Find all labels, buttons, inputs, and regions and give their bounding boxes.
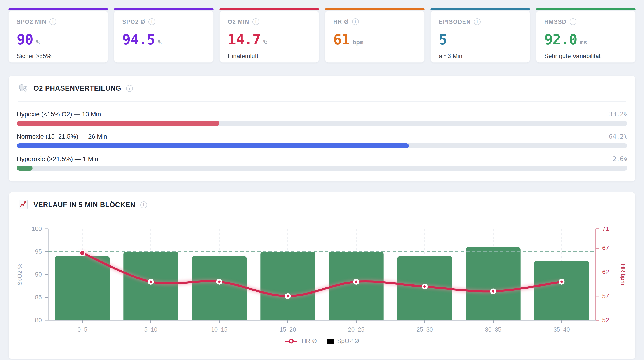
trend-panel: VERLAUF IN 5 MIN BLÖCKEN 100959085807167… [8,192,636,359]
progress-fill [17,143,409,148]
stat-unit: ms [580,39,587,46]
accent-bar [536,8,636,10]
o2-phase-panel: O2 PHASENVERTEILUNG Hypoxie (<15% O2) — … [8,76,636,182]
progress-track [17,121,627,126]
phase-percent: 33.2% [609,111,627,118]
chart-legend: HR Ø SpO2 Ø [8,338,636,359]
stat-value: 61 [333,32,350,47]
accent-bar [114,8,214,10]
info-icon[interactable] [126,85,133,92]
stat-card-episoden: EPISODEN 5 à ~3 Min [430,8,530,63]
stat-value: 90 [17,32,33,47]
stat-value: 5 [439,32,447,47]
info-icon[interactable] [148,18,155,25]
phase-percent: 64.2% [609,133,627,140]
progress-fill [17,121,220,126]
info-icon[interactable] [570,18,576,25]
legend-item-spo2[interactable]: SpO2 Ø [327,338,359,345]
stat-value: 94.5 [122,32,155,47]
svg-text:5–10: 5–10 [144,326,158,333]
svg-text:30–35: 30–35 [485,326,501,333]
phase-row-hypoxie: Hypoxie (<15% O2) — 13 Min 33.2% [17,111,627,126]
stat-unit: bpm [352,39,364,46]
spo2-swatch-icon [327,338,334,344]
stat-card-o2-min: O2 MIN 14.7 % Einatemluft [220,8,319,63]
accent-bar [220,8,319,10]
stat-card-spo2-min: SPO2 MIN 90 % Sicher >85% [8,8,108,63]
svg-text:95: 95 [35,248,42,255]
stats-row: SPO2 MIN 90 % Sicher >85% SPO2 Ø 94.5 [8,8,636,63]
progress-track [17,166,627,171]
phase-label: Hypoxie (<15% O2) — 13 Min [17,111,101,118]
svg-text:71: 71 [602,225,609,232]
trend-title: VERLAUF IN 5 MIN BLÖCKEN [34,201,135,209]
svg-text:52: 52 [602,317,609,323]
accent-bar [430,8,530,10]
legend-label: HR Ø [302,338,317,345]
svg-text:67: 67 [602,245,609,251]
svg-text:0–5: 0–5 [78,326,87,333]
stat-subtitle: Sicher >85% [17,53,100,60]
stat-card-hr-avg: HR Ø 61 bpm [325,8,424,63]
svg-text:35–40: 35–40 [554,326,570,333]
stat-label: EPISODEN [439,19,471,25]
stat-unit: % [263,39,267,46]
legend-item-hr[interactable]: HR Ø [285,338,317,345]
phase-label: Normoxie (15–21.5%) — 26 Min [17,133,107,140]
info-icon[interactable] [50,18,56,25]
svg-text:62: 62 [602,269,609,275]
phase-row-hyperoxie: Hyperoxie (>21.5%) — 1 Min 2.6% [17,155,627,171]
info-icon[interactable] [252,18,259,25]
svg-text:80: 80 [35,317,42,323]
svg-text:57: 57 [602,293,609,300]
o2-phase-title: O2 PHASENVERTEILUNG [34,84,121,93]
trend-chart[interactable]: 1009590858071676257520–55–1010–1515–2020… [8,222,636,336]
health-dashboard: SPO2 MIN 90 % Sicher >85% SPO2 Ø 94.5 [0,0,644,360]
svg-text:25–30: 25–30 [416,326,433,333]
accent-bar [8,8,108,10]
stat-value: 14.7 [228,32,260,47]
phase-row-normoxie: Normoxie (15–21.5%) — 26 Min 64.2% [17,133,627,148]
chart-icon [18,199,28,211]
stat-card-spo2-avg: SPO2 Ø 94.5 % [114,8,214,63]
accent-bar [325,8,424,10]
phase-percent: 2.6% [612,155,627,162]
stat-label: RMSSD [544,19,566,25]
stat-subtitle: Einatemluft [228,53,311,60]
progress-fill [17,166,32,171]
stat-unit: % [158,39,161,46]
stat-label: SPO2 Ø [122,19,145,25]
info-icon[interactable] [474,18,481,25]
stat-label: O2 MIN [228,19,249,25]
svg-text:100: 100 [32,225,42,232]
svg-text:HR bpm: HR bpm [620,264,626,285]
breath-icon [18,83,28,94]
hr-line-marker-icon [285,338,298,344]
svg-text:SpO2 %: SpO2 % [16,264,23,286]
stat-value: 92.0 [544,32,577,47]
svg-text:85: 85 [35,294,42,301]
svg-text:10–15: 10–15 [211,326,227,333]
legend-label: SpO2 Ø [337,338,359,345]
svg-text:15–20: 15–20 [280,326,296,333]
svg-text:90: 90 [35,271,42,278]
svg-text:20–25: 20–25 [348,326,364,333]
info-icon[interactable] [352,18,359,25]
stat-subtitle: Sehr gute Variabilität [544,53,627,60]
stat-label: HR Ø [333,19,349,25]
stat-card-rmssd: RMSSD 92.0 ms Sehr gute Variabilität [536,8,636,63]
phase-label: Hyperoxie (>21.5%) — 1 Min [17,155,98,163]
stat-unit: % [36,39,40,46]
info-icon[interactable] [140,201,147,208]
progress-track [17,143,627,148]
stat-label: SPO2 MIN [17,19,46,25]
stat-subtitle: à ~3 Min [439,53,522,60]
